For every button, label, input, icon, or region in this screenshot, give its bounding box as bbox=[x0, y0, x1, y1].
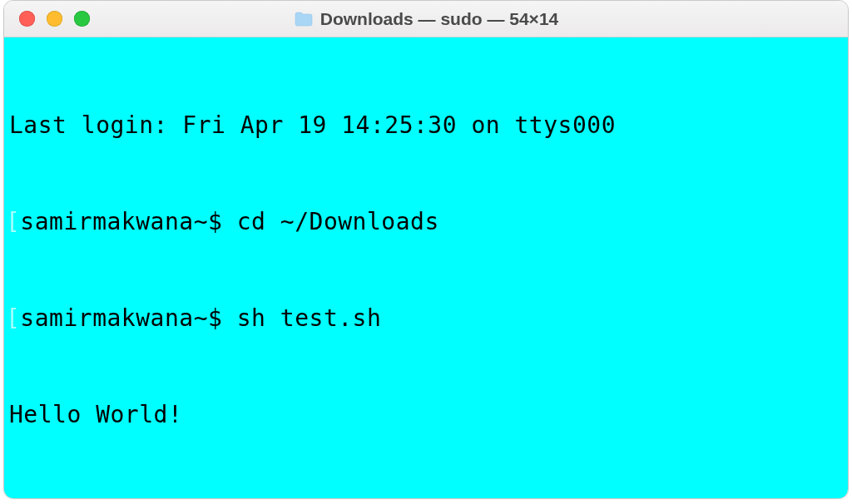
window-title-wrap: Downloads — sudo — 54×14 bbox=[4, 9, 848, 29]
last-login-line: Last login: Fri Apr 19 14:25:30 on ttys0… bbox=[9, 110, 616, 142]
prompt: samirmakwana~$ bbox=[20, 496, 236, 498]
minimize-button[interactable] bbox=[47, 11, 62, 27]
terminal-area[interactable]: Last login: Fri Apr 19 14:25:30 on ttys0… bbox=[4, 37, 848, 498]
prompt-bracket: [ bbox=[6, 303, 20, 335]
prompt: samirmakwana~$ bbox=[20, 303, 236, 335]
window-title: Downloads — sudo — 54×14 bbox=[320, 9, 558, 29]
command-1: cd ~/Downloads bbox=[237, 206, 439, 239]
traffic-lights bbox=[19, 11, 90, 27]
titlebar: Downloads — sudo — 54×14 bbox=[4, 1, 848, 37]
command-3: sudo chmod +x test.sh bbox=[237, 496, 541, 498]
prompt: samirmakwana~$ bbox=[20, 206, 236, 239]
prompt-bracket: [ bbox=[6, 496, 20, 498]
terminal-window: Downloads — sudo — 54×14 Last login: Fri… bbox=[3, 0, 849, 499]
close-button[interactable] bbox=[19, 11, 35, 27]
folder-icon bbox=[294, 11, 314, 27]
zoom-button[interactable] bbox=[74, 11, 90, 27]
output-line: Hello World! bbox=[9, 399, 182, 432]
command-2: sh test.sh bbox=[237, 303, 382, 335]
prompt-bracket: [ bbox=[6, 206, 20, 239]
